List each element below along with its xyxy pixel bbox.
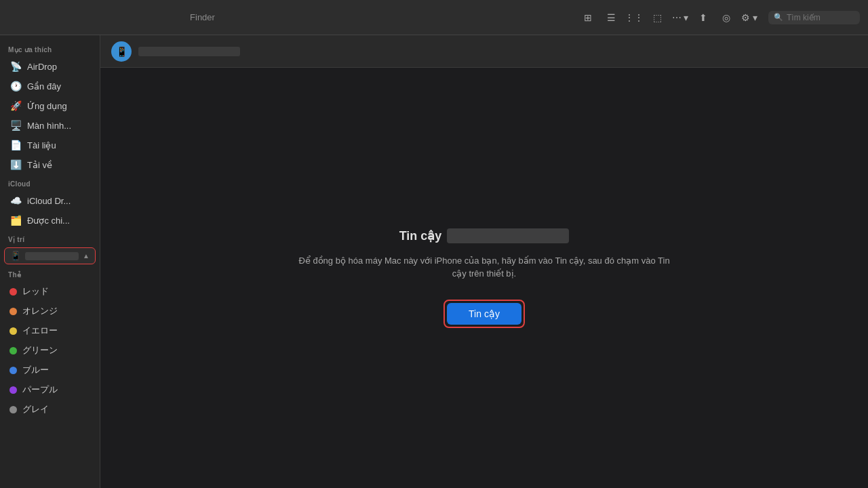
tag-color-dot-gray [9, 406, 17, 413]
trust-description: Để đồng bộ hóa máy Mac này với iPhone củ… [294, 254, 674, 281]
tag-label: イエロー [22, 325, 58, 337]
action-menu-button[interactable]: ⋯ ▾ [671, 8, 690, 27]
trust-button-wrapper: Tin cậy [443, 300, 525, 328]
sidebar-item-device[interactable]: 📱 ▲ [4, 247, 96, 264]
tag-button[interactable]: ◎ [717, 8, 736, 27]
view-list-button[interactable]: ☰ [601, 8, 620, 27]
trust-button[interactable]: Tin cậy [447, 303, 521, 325]
view-columns-button[interactable]: ⋮⋮ [625, 8, 644, 27]
tag-label: ブルー [22, 364, 49, 376]
device-name [25, 252, 79, 260]
icloud-drive-icon: ☁️ [9, 195, 22, 207]
sidebar-item-tag-gray[interactable]: グレイ [3, 400, 97, 419]
content-header: 📱 [100, 35, 868, 68]
shared-icon: 🗂️ [9, 214, 22, 226]
device-initials: 📱 [116, 46, 127, 57]
sidebar-item-icloud-drive[interactable]: ☁️ iCloud Dr... [3, 191, 97, 210]
sidebar-item-airdrop[interactable]: 📡 AirDrop [3, 57, 97, 76]
tag-label: オレンジ [22, 305, 58, 317]
airdrop-icon: 📡 [9, 60, 22, 73]
toolbar-actions: ⊞ ☰ ⋮⋮ ⬚ ⋯ ▾ ⬆ ◎ ⚙ ▾ 🔍 [578, 8, 860, 27]
sidebar-item-tag-green[interactable]: グリーン [3, 341, 97, 360]
trust-dialog-area: Tin cậy Để đồng bộ hóa máy Mac này với i… [100, 68, 868, 488]
desktop-icon: 🖥️ [9, 119, 22, 131]
share-button[interactable]: ⬆ [694, 8, 713, 27]
search-input[interactable] [787, 13, 854, 22]
sidebar-item-tag-blue[interactable]: ブルー [3, 361, 97, 380]
search-icon: 🔍 [774, 13, 783, 22]
device-icon: 📱 [10, 251, 21, 261]
downloads-icon: ⬇️ [9, 159, 22, 171]
main-container: Mục ưa thích 📡 AirDrop 🕐 Gần đây 🚀 Ứng d… [0, 35, 868, 488]
favorites-section-label: Mục ưa thích [0, 41, 100, 56]
tag-color-dot-red [9, 288, 17, 296]
documents-icon: 📄 [9, 139, 22, 151]
eject-icon: ▲ [83, 252, 90, 260]
location-section-label: Vị trí [0, 230, 100, 246]
sidebar-item-recent[interactable]: 🕐 Gần đây [3, 77, 97, 96]
view-grid-button[interactable]: ⊞ [578, 8, 597, 27]
device-avatar: 📱 [111, 41, 132, 62]
sidebar-item-shared[interactable]: 🗂️ Được chi... [3, 211, 97, 230]
sidebar-item-documents[interactable]: 📄 Tài liệu [3, 136, 97, 155]
tag-color-dot-orange [9, 308, 17, 315]
tag-label: レッド [22, 285, 49, 298]
tag-color-dot-yellow [9, 327, 17, 335]
sidebar-item-label: Tải về [27, 160, 52, 170]
toolbar-title: Finder [190, 12, 215, 22]
tag-label: グレイ [22, 403, 49, 415]
tag-label: パープル [22, 384, 58, 396]
sidebar-item-tag-yellow[interactable]: イエロー [3, 321, 97, 340]
tag-color-dot-green [9, 347, 17, 354]
sidebar-item-label: Tài liệu [27, 140, 56, 150]
trust-title: Tin cậy [399, 228, 570, 243]
sidebar-item-tag-purple[interactable]: パープル [3, 380, 97, 399]
sidebar-item-desktop[interactable]: 🖥️ Màn hình... [3, 116, 97, 135]
trust-device-name [447, 228, 569, 243]
settings-button[interactable]: ⚙ ▾ [740, 8, 759, 27]
icloud-section-label: iCloud [0, 175, 100, 190]
content-area: 📱 Tin cậy Để đồng bộ hóa máy Mac này với… [100, 35, 868, 488]
tag-color-dot-purple [9, 386, 17, 394]
sidebar-item-label: iCloud Dr... [27, 196, 71, 206]
trust-title-text: Tin cậy [399, 228, 442, 243]
sidebar-item-label: AirDrop [27, 62, 57, 72]
tag-color-dot-blue [9, 367, 17, 374]
sidebar-item-downloads[interactable]: ⬇️ Tải về [3, 155, 97, 174]
toolbar: Finder ⊞ ☰ ⋮⋮ ⬚ ⋯ ▾ ⬆ ◎ ⚙ ▾ 🔍 [0, 0, 868, 35]
sidebar-item-label: Màn hình... [27, 121, 71, 131]
sidebar: Mục ưa thích 📡 AirDrop 🕐 Gần đây 🚀 Ứng d… [0, 35, 100, 488]
view-gallery-button[interactable]: ⬚ [648, 8, 667, 27]
sidebar-item-tag-orange[interactable]: オレンジ [3, 302, 97, 321]
sidebar-item-label: Được chi... [27, 216, 70, 226]
sidebar-item-apps[interactable]: 🚀 Ứng dụng [3, 96, 97, 115]
recent-icon: 🕐 [9, 80, 22, 92]
apps-icon: 🚀 [9, 100, 22, 112]
tags-section-label: Thẻ [0, 266, 100, 281]
sidebar-item-tag-red[interactable]: レッド [3, 282, 97, 301]
device-header-name [138, 47, 240, 56]
sidebar-item-label: Ứng dụng [27, 101, 67, 111]
search-box[interactable]: 🔍 [768, 11, 860, 24]
sidebar-item-label: Gần đây [27, 81, 61, 92]
tag-label: グリーン [22, 344, 58, 357]
